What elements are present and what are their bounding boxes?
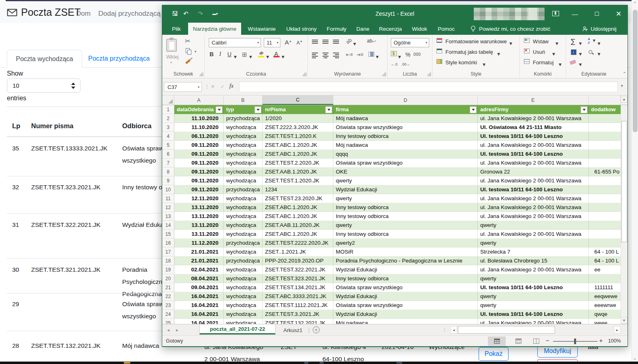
liczba-dialog-launcher-icon[interactable]	[427, 72, 431, 76]
cell-E14[interactable]: qwerty	[478, 221, 589, 230]
bold-icon[interactable]: B	[210, 51, 214, 57]
cell-A16[interactable]: 11.12.2020	[174, 239, 224, 248]
cell-B20[interactable]: wychodząca	[224, 274, 263, 283]
cell-F18[interactable]: 64 - 100 L	[589, 256, 621, 265]
taskbar-icon-3[interactable]	[396, 362, 402, 364]
row-header-19[interactable]: 19	[162, 265, 174, 274]
filter-dropdown-icon[interactable]	[581, 106, 587, 113]
cell-A19[interactable]: 02.04.2021	[174, 265, 224, 274]
cell-E22[interactable]: qwerty	[478, 292, 589, 301]
tab-incoming[interactable]: Poczta przychodząca	[82, 50, 156, 68]
enter-entry-icon[interactable]: ✓	[220, 84, 225, 89]
cell-D17[interactable]: MOSiR	[333, 248, 478, 256]
cell-C4[interactable]: ZSET.TEST.1.2020.K	[263, 132, 333, 141]
filter-dropdown-icon[interactable]	[216, 106, 223, 113]
cell-E20[interactable]: qwerty	[478, 274, 589, 283]
col-header-D[interactable]: D	[333, 95, 478, 105]
horizontal-scroll-thumb[interactable]	[458, 326, 555, 334]
cell-F19[interactable]: ee	[589, 265, 621, 274]
cell-D4[interactable]: Inny testowy odbiorca	[333, 132, 478, 141]
formula-input[interactable]	[239, 82, 618, 92]
cell-D12[interactable]: Inny testowy odbiorca	[333, 203, 478, 212]
cell-B7[interactable]: wychodząca	[224, 159, 263, 167]
select-all-cell[interactable]	[162, 95, 174, 105]
cell-D25[interactable]: Mój nadawca	[333, 319, 478, 324]
share-button[interactable]: Udostępnij	[582, 23, 617, 35]
cell-F13[interactable]	[589, 212, 621, 221]
row-header-12[interactable]: 12	[162, 203, 174, 212]
cell-A18[interactable]: 21.01.2021	[174, 256, 224, 265]
row-header-18[interactable]: 18	[162, 256, 174, 265]
cell-F22[interactable]: eeqwewe	[589, 292, 621, 301]
cell-E25[interactable]: ul. Jana Kowalskiego 2 00-001 Warszawa	[478, 319, 589, 324]
row-header-15[interactable]: 15	[162, 230, 174, 239]
row-header-20[interactable]: 20	[162, 274, 174, 283]
cell-D18[interactable]: Poradnia Psychologiczno - Pedagogiczna w…	[333, 256, 478, 265]
increase-indent-icon[interactable]: ⇥≡	[356, 52, 363, 57]
page-size-select[interactable]: 10	[7, 78, 81, 93]
row-header-4[interactable]: 4	[162, 132, 174, 141]
cell-A5[interactable]: 09.11.2020	[174, 141, 224, 150]
cell-D21[interactable]: Oświata spraw wszystkiego	[333, 283, 478, 292]
cell-D2[interactable]: Mój nadawca	[333, 114, 478, 123]
cell-E18[interactable]: ul. Bolesława Chrobrego 15	[478, 256, 589, 265]
cell-F21[interactable]: 1111111	[589, 283, 621, 292]
cell-E23[interactable]: qwerty	[478, 301, 589, 310]
collapse-ribbon-icon[interactable]: ⌃	[623, 71, 626, 76]
cell-E12[interactable]: ul. Jana Kowalskiego 2 00-001 Warszawa	[478, 203, 589, 212]
cell-E24[interactable]: Ul. testowa 10/11 64-100 Leszno	[478, 310, 589, 319]
cell-F17[interactable]: 64 - 100 L	[589, 248, 621, 256]
cell-F11[interactable]	[589, 194, 621, 203]
cell-D11[interactable]: qwerty	[333, 194, 478, 203]
browser-scroll-thumb[interactable]	[633, 10, 638, 132]
cell-A25[interactable]: 16.04.2021	[174, 319, 224, 324]
tab-plik[interactable]: Plik	[168, 23, 185, 35]
new-sheet-icon[interactable]: +	[313, 326, 320, 333]
zoom-out-icon[interactable]: −	[546, 337, 549, 344]
sheet-next-icon[interactable]: ▸	[176, 327, 178, 333]
cell-E4[interactable]: Ul. testowa 10/11 64-100 Leszno	[478, 132, 589, 141]
cell-C11[interactable]: ZSET.TEST.23.2020.JK	[263, 194, 333, 203]
cell-E8[interactable]: Gronowa 22	[478, 167, 589, 176]
cell-A24[interactable]: 16.04.2021	[174, 310, 224, 319]
cell-D13[interactable]: Inny testowy odbiorca	[333, 212, 478, 221]
cell-B22[interactable]: wychodząca	[224, 292, 263, 301]
czcionka-dialog-launcher-icon[interactable]	[303, 72, 306, 76]
cell-E3[interactable]: Ul. Oświatowa 44 21-111 Miasto	[478, 123, 589, 132]
hscroll-left-icon[interactable]: ◂	[450, 326, 457, 334]
insert-function-icon[interactable]: fx	[229, 83, 233, 89]
cell-B23[interactable]: wychodząca	[224, 301, 263, 310]
font-name-combo[interactable]: Calibri▾	[209, 38, 261, 47]
tab-narzedzia-glowne[interactable]: Narzędzia główne	[188, 23, 241, 35]
cell-A9[interactable]: 09.11.2020	[174, 176, 224, 185]
cell-D20[interactable]: Inny testowy odbiorca	[333, 274, 478, 283]
align-right-icon[interactable]	[333, 53, 339, 58]
windows-taskbar[interactable]	[0, 362, 638, 364]
row-header-5[interactable]: 5	[162, 141, 174, 150]
cell-D14[interactable]: qwerty	[333, 221, 478, 230]
comma-icon[interactable]: 000	[413, 52, 421, 57]
cell-D6[interactable]: qqqq	[333, 150, 478, 159]
cell-D23[interactable]: Oświata spraw wszystkiego	[333, 301, 478, 310]
cell-F14[interactable]	[589, 221, 621, 230]
cell-A20[interactable]: 08.04.2021	[174, 274, 224, 283]
cell-B15[interactable]: wychodząca	[224, 230, 263, 239]
cell-C20[interactable]: ZSET.TEST.323.2021.JK	[263, 274, 333, 283]
underline-icon[interactable]: U	[227, 51, 231, 57]
cell-B10[interactable]: przychodząca	[224, 185, 263, 194]
cell-F7[interactable]	[589, 159, 621, 167]
cell-B8[interactable]: wychodząca	[224, 167, 263, 176]
row-header-21[interactable]: 21	[162, 283, 174, 292]
row-header-14[interactable]: 14	[162, 221, 174, 230]
italic-icon[interactable]: I	[219, 51, 221, 57]
cell-C24[interactable]: ZSET.TEST.3.2021.JK	[263, 310, 333, 319]
cell-B16[interactable]: przychodząca	[224, 239, 263, 248]
cell-F8[interactable]: 61-655 Po	[589, 167, 621, 176]
align-left-icon[interactable]	[312, 53, 318, 58]
cell-E19[interactable]: ul. Jana Kowalskiego 2 00-001 Warszawa	[478, 265, 589, 274]
cell-C25[interactable]: ZSET.TEST.132.2021.JK	[263, 319, 333, 324]
sheet-prev-icon[interactable]: ◂	[167, 327, 170, 333]
taskbar-icon-2[interactable]	[320, 362, 324, 364]
filter-dropdown-icon[interactable]	[325, 106, 332, 113]
cell-D8[interactable]: OKE	[333, 167, 478, 176]
